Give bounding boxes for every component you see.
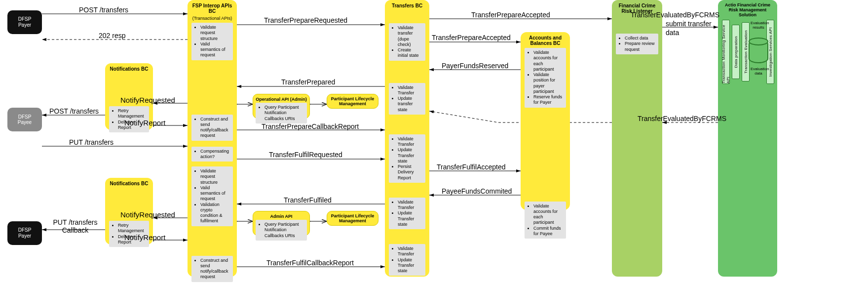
operational-api-1: Operational API (Admin) Query Participan… (253, 94, 310, 119)
note-item: Persist Delivery Report (398, 164, 422, 181)
note-item: Validate accounts for each participant (533, 50, 563, 72)
fcrms-data-prep: Data preparation (732, 25, 740, 79)
note-item: Collect data (625, 36, 655, 41)
vlabel: Data preparation (734, 36, 738, 68)
note: Validate Transfer Update Transfer state … (389, 134, 425, 183)
msg-transfer-prepare-accepted: TransferPrepareAccepted (432, 34, 511, 41)
note: Validate accounts for each participant V… (525, 48, 566, 108)
col-title: Transfers BC (388, 3, 426, 8)
accounts-balances-bc: Accounts and Balances BC Validate accoun… (521, 32, 570, 210)
msg-transfer-prepared: TransferPrepared (281, 78, 335, 86)
note: Construct and send notify/callback reque… (191, 115, 233, 141)
msg-transfer-prepare-cb-report: TransferPrepareCallbackReport (262, 123, 359, 130)
note: Validate Transfer Update Transfer state (389, 198, 425, 229)
note-item: Retry Management (118, 223, 146, 234)
msg-transfer-fulfil-accepted: TransferFulfilAccepted (437, 163, 506, 171)
note-item: Create initial state (398, 47, 422, 59)
note: Validate request structure Valid semanti… (191, 23, 233, 60)
participant-lifecycle-2: Participant Lifecycle Management (327, 211, 378, 226)
actor-label: DFSP (18, 16, 32, 22)
note-item: Commit funds for Payee (533, 226, 563, 237)
note: Validate Transfer Update transfer state (389, 83, 425, 115)
msg-transfer-evaluated-1: TransferEvaluatedByFCRMS (631, 11, 719, 19)
note-item: Query Participant Notification Callbacks… (264, 222, 304, 239)
msg-transfer-prepare-requested: TransferPrepareRequested (264, 16, 347, 24)
note-item: Retry Management (118, 108, 146, 120)
note-item: Update Transfer state (398, 210, 422, 227)
transfers-bc: Transfers BC Validate transfer (dupe che… (385, 0, 429, 277)
note-item: Construct and send notify/callback reque… (200, 117, 230, 139)
actio-fcrms: Actio Financial Crime Risk Management So… (718, 0, 777, 277)
msg-submit-1: submit transfer (666, 20, 712, 28)
note-item: Validate request structure (200, 25, 230, 41)
msg-transfer-prepare-accepted-top: TransferPrepareAccepted (471, 11, 550, 19)
msg-transfer-fulfiled: TransferFulfiled (284, 196, 332, 204)
msg-submit-2: data (666, 29, 679, 37)
participant-lifecycle-1: Participant Lifecycle Management (327, 94, 378, 109)
mini-title: Participant Lifecycle Management (329, 213, 376, 223)
note-item: Update transfer state (398, 96, 422, 113)
note-item: Validate request structure (200, 168, 230, 185)
actor-label: Payer (18, 22, 31, 28)
msg-payer-funds-reserved: PayerFundsReserved (442, 62, 508, 70)
note: Query Participant Notification Callbacks… (256, 220, 307, 241)
msg-post-transfers-2: POST /transfers (49, 107, 99, 115)
vlabel: Transaction Evaluation (744, 30, 748, 74)
financial-crime-risk-listener: Financial Crime Risk Listener Collect da… (612, 0, 662, 277)
msg-put-transfers-callback: PUT /transfers Callback (49, 218, 101, 234)
fsp-interop-bc: FSP Interop APIs BC (Transactional APIs)… (188, 0, 237, 277)
mini-title: Participant Lifecycle Management (329, 96, 376, 106)
note-item: Construct and send notify/callback reque… (200, 258, 230, 280)
note: Validate transfer (dupe check) Create in… (389, 23, 425, 61)
note: Collect data Prepare review request (616, 34, 658, 54)
note-item: Prepare review request (625, 41, 655, 52)
note-item: Validate position for payer participant (533, 72, 563, 94)
note-item: Validate Transfer (398, 136, 422, 148)
msg-notify-report-2: NotifyReport (124, 233, 165, 242)
note-item: Validate Transfer (398, 85, 422, 96)
note: Validate Transfer Update Transfer state (389, 244, 425, 276)
msg-payee-funds-commited: PayeeFundsCommited (442, 187, 512, 195)
note: Validate accounts for each participant C… (525, 202, 566, 239)
mini-title: Admin API (255, 214, 308, 219)
note-item: Update Transfer state (398, 257, 422, 274)
fcrms-db-icon (749, 40, 768, 63)
actor-dfsp-payer: DFSP Payer (7, 10, 42, 34)
col-title: Actio Financial Crime Risk Management So… (721, 3, 774, 18)
actor-label: DFSP (18, 114, 32, 120)
msg-transfer-evaluated-2: TransferEvaluatedByFCRMS (638, 115, 726, 123)
col-title: Notifications BC (108, 66, 150, 72)
note: Query Participant Notification Callbacks… (256, 103, 307, 123)
note-item: Validate transfer (dupe check) (398, 25, 422, 47)
msg-notify-requested-1: NotifyRequested (120, 96, 175, 104)
fcrms-eval-data-label: Evaluation data (751, 67, 766, 76)
msg-post-transfers: POST /transfers (79, 6, 128, 14)
msg-transfer-fulfil-requested: TransferFulfilRequested (269, 151, 342, 159)
actor-label: DFSP (18, 227, 32, 233)
note-item: Valid semantics of request (200, 41, 230, 58)
note-item: Query Participant Notification Callbacks… (264, 105, 304, 122)
note-item: Validation crypto condition & fulfilment (200, 202, 230, 224)
col-title: FSP Interop APIs BC (190, 3, 234, 14)
actor-dfsp-payee: DFSP Payee (7, 108, 42, 131)
vlabel: Transaction Monitoring Service API (721, 20, 730, 83)
note: Compensating action? (191, 147, 233, 162)
fcrms-eval-results-label: Evaluation results (751, 21, 766, 30)
fcrms-tms-api: Transaction Monitoring Service API (722, 20, 730, 84)
note-item: Reserve funds for Payer (533, 94, 563, 106)
actor-dfsp-payer-2: DFSP Payer (7, 221, 42, 245)
msg-transfer-fulfil-cb-report: TransferFulfilCallbackReport (266, 259, 354, 267)
note-item: Validate Transfer (398, 200, 422, 211)
msg-202: 202 resp (99, 32, 125, 40)
diagram-stage: DFSP Payer DFSP Payee DFSP Payer Notific… (0, 0, 868, 286)
msg-notify-requested-2: NotifyRequested (120, 210, 175, 219)
mini-title: Operational API (Admin) (255, 97, 308, 102)
actor-label: Payer (18, 233, 31, 239)
note-item: Validate Transfer (398, 246, 422, 257)
note-item: Validate accounts for each participant (533, 204, 563, 226)
note: Validate request structure Valid semanti… (191, 166, 233, 226)
msg-put-transfers: PUT /transfers (69, 138, 113, 146)
col-subtitle: (Transactional APIs) (190, 16, 234, 21)
msg-notify-report-1: NotifyReport (124, 119, 165, 127)
admin-api: Admin API Query Participant Notification… (253, 211, 310, 236)
